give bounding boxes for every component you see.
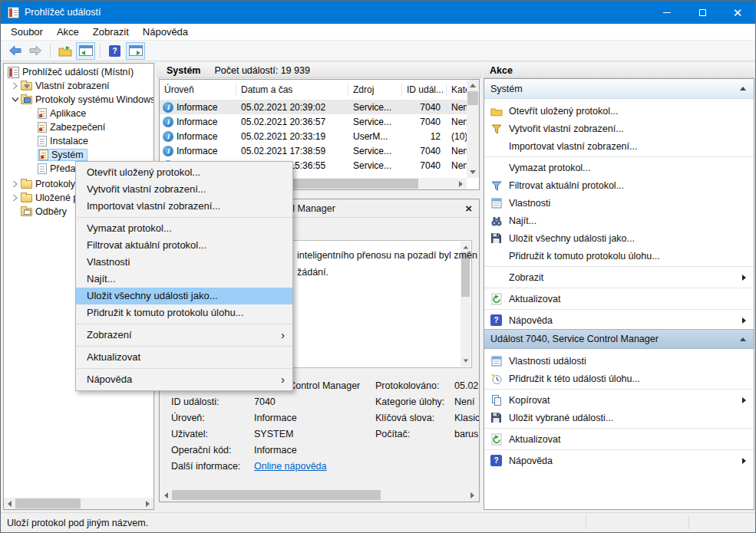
collapse-icon[interactable] <box>740 337 746 341</box>
scroll-down-arrow[interactable] <box>461 357 470 366</box>
action-save-all-events-as[interactable]: Uložit všechny události jako... <box>484 229 754 247</box>
event-list-vertical-scrollbar[interactable] <box>467 80 479 178</box>
open-saved-log-button[interactable] <box>55 42 74 60</box>
chevron-right-icon[interactable] <box>10 82 21 90</box>
action-copy-submenu[interactable]: Kopírovat <box>484 391 754 409</box>
preview-horizontal-scrollbar[interactable] <box>160 489 478 501</box>
tree-item-setup[interactable]: Instalace <box>38 134 88 148</box>
action-help-event-submenu[interactable]: Nápověda <box>484 452 754 469</box>
menu-save-all-events-as[interactable]: Uložit všechny události jako... <box>76 288 292 304</box>
menu-help[interactable]: Nápověda <box>136 26 195 38</box>
tree-horizontal-scrollbar[interactable] <box>4 498 154 509</box>
tree-item-windows-logs[interactable]: Protokoly systému Windows <box>10 93 154 107</box>
chevron-right-icon[interactable] <box>10 194 21 202</box>
scroll-right-arrow[interactable] <box>455 178 467 189</box>
column-event-id[interactable]: ID udál... <box>402 84 447 97</box>
action-create-custom-view[interactable]: Vytvořit vlastní zobrazení... <box>484 120 754 137</box>
action-filter-current-log[interactable]: Filtrovat aktuální protokol... <box>484 176 754 194</box>
action-find[interactable]: Najít... <box>484 212 754 229</box>
column-datetime[interactable]: Datum a čas <box>236 84 348 97</box>
toggle-action-pane-button[interactable] <box>126 42 145 60</box>
tree-item-subscriptions[interactable]: Odběry <box>21 205 67 219</box>
help-button[interactable] <box>105 42 124 60</box>
tree-item-application[interactable]: Aplikace <box>38 107 86 120</box>
action-section-system[interactable]: Systém <box>484 79 754 99</box>
scrollbar-thumb[interactable] <box>15 498 81 508</box>
menu-attach-task[interactable]: Přidružit k tomuto protokolu úlohu... <box>76 304 292 321</box>
action-import-custom-view[interactable]: Importovat vlastní zobrazení... <box>484 137 754 155</box>
menu-properties[interactable]: Vlastnosti <box>76 254 292 271</box>
action-clear-log[interactable]: Vymazat protokol... <box>484 159 754 176</box>
tree-item-label: Zabezpečení <box>50 122 105 133</box>
menu-file[interactable]: Soubor <box>4 26 50 38</box>
action-properties[interactable]: Vlastnosti <box>484 194 754 212</box>
action-view-submenu[interactable]: Zobrazit <box>484 268 754 286</box>
action-attach-task-to-log[interactable]: Přidružit k tomuto protokolu úlohu... <box>484 247 754 265</box>
menu-help-submenu[interactable]: Nápověda <box>76 371 292 388</box>
forward-button[interactable] <box>26 42 45 60</box>
chevron-right-icon[interactable] <box>10 180 21 188</box>
action-open-saved-log[interactable]: Otevřít uložený protokol... <box>484 102 754 120</box>
menu-view-submenu[interactable]: Zobrazení <box>76 327 292 344</box>
collapse-icon[interactable] <box>740 87 746 90</box>
menu-separator <box>77 346 292 347</box>
menu-separator <box>77 368 292 369</box>
scroll-up-arrow[interactable] <box>467 80 478 91</box>
menu-open-saved-log[interactable]: Otevřít uložený protokol... <box>76 164 292 181</box>
chevron-down-icon[interactable] <box>10 97 21 103</box>
folder-icon <box>21 180 32 189</box>
maximize-button[interactable] <box>685 1 720 24</box>
action-attach-task-to-event[interactable]: Přidružit k této události úlohu... <box>484 370 754 387</box>
event-row[interactable]: Informace 05.02.2021 17:38:59 Service...… <box>160 143 479 158</box>
subscriptions-folder-icon <box>21 208 32 216</box>
tree-item-security[interactable]: Zabezpečení <box>38 120 105 134</box>
tree-item-system[interactable]: Systém <box>38 148 87 162</box>
toolbar-separator <box>50 44 51 58</box>
menu-import-custom-view[interactable]: Importovat vlastní zobrazení... <box>76 198 292 215</box>
tree-item-root[interactable]: Prohlížeč událostí (Místní) <box>8 65 134 79</box>
tree-item-label: Protokoly systému Windows <box>35 94 154 105</box>
minimize-button[interactable] <box>649 1 685 24</box>
menu-action[interactable]: Akce <box>50 26 86 38</box>
action-section-event[interactable]: Událost 7040, Service Control Manager <box>484 329 754 349</box>
field-label: Další informace: <box>171 461 240 472</box>
action-refresh-event[interactable]: Aktualizovat <box>484 430 754 448</box>
action-label: Zobrazit <box>509 272 543 283</box>
back-arrow-icon <box>8 45 21 56</box>
column-source[interactable]: Zdroj <box>348 84 402 97</box>
close-button[interactable]: ✕ <box>720 1 755 24</box>
action-event-properties[interactable]: Vlastnosti události <box>484 352 754 370</box>
tree-item-custom-views[interactable]: Vlastní zobrazení <box>10 79 110 93</box>
action-help-submenu[interactable]: Nápověda <box>484 311 754 329</box>
scrollbar-thumb[interactable] <box>467 91 478 105</box>
action-save-selected-events[interactable]: Uložit vybrané události... <box>484 409 754 426</box>
scroll-right-arrow[interactable] <box>142 498 154 509</box>
event-row[interactable]: Informace 05.02.2021 20:39:02 Service...… <box>160 100 479 114</box>
online-help-link[interactable]: Online nápověda <box>254 461 327 472</box>
scrollbar-thumb[interactable] <box>172 490 381 500</box>
back-button[interactable] <box>5 42 25 60</box>
open-folder-icon <box>58 45 72 57</box>
scroll-left-arrow[interactable] <box>4 498 15 509</box>
scroll-left-arrow[interactable] <box>160 489 172 501</box>
menu-view[interactable]: Zobrazit <box>86 26 136 38</box>
help-icon <box>109 45 120 57</box>
column-level[interactable]: Úroveň <box>160 84 236 97</box>
submenu-arrow-icon <box>742 275 746 281</box>
action-refresh[interactable]: Aktualizovat <box>484 290 754 308</box>
menu-create-custom-view[interactable]: Vytvořit vlastní zobrazení... <box>76 181 292 198</box>
event-row[interactable]: Informace 05.02.2021 20:33:19 UserM... 1… <box>160 129 479 143</box>
menu-clear-log[interactable]: Vymazat protokol... <box>76 220 292 237</box>
maximize-icon <box>699 9 706 16</box>
column-category[interactable]: Kate <box>447 84 467 97</box>
toggle-console-tree-button[interactable] <box>76 42 95 60</box>
menu-find[interactable]: Najít... <box>76 271 292 288</box>
menu-refresh[interactable]: Aktualizovat <box>76 349 292 366</box>
action-label: Importovat vlastní zobrazení... <box>509 141 637 152</box>
event-row[interactable]: Informace 05.02.2021 20:36:57 Service...… <box>160 114 479 129</box>
no-icon <box>490 271 506 284</box>
menu-filter-current-log[interactable]: Filtrovat aktuální protokol... <box>76 237 292 254</box>
close-preview-icon[interactable]: × <box>465 202 472 214</box>
scroll-right-arrow[interactable] <box>467 489 478 501</box>
scroll-down-arrow[interactable] <box>467 166 478 178</box>
